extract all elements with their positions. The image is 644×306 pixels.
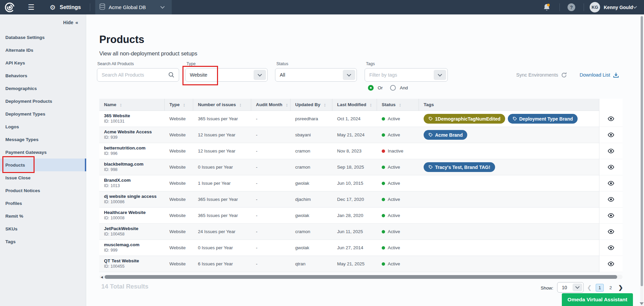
product-name-link[interactable]: 365 Website — [104, 113, 165, 118]
sort-icon[interactable]: ↕ — [286, 102, 288, 107]
sidebar-item-demographics[interactable]: Demographics — [0, 82, 86, 95]
vertical-scrollbar[interactable] — [640, 14, 643, 306]
view-eye-icon — [607, 213, 614, 218]
view-button-acme-website-access[interactable] — [599, 127, 623, 143]
view-button-betternutrition-com[interactable] — [599, 143, 623, 159]
product-name-link[interactable]: betternutrition.com — [104, 145, 165, 150]
page-number-2[interactable]: 2 — [607, 284, 614, 291]
sidebar-item-deployment-products[interactable]: Deployment Products — [0, 95, 86, 107]
column-header-name[interactable]: Name↕ — [99, 99, 165, 111]
view-button-musclemag-com[interactable] — [599, 240, 623, 256]
omeda-logo-icon[interactable] — [4, 0, 15, 14]
view-button-brandx-com[interactable] — [599, 175, 623, 191]
sidebar-item-products[interactable]: Products — [0, 159, 86, 171]
sort-icon[interactable]: ↕ — [370, 102, 372, 107]
sidebar-item-alternate-ids[interactable]: Alternate IDs — [0, 44, 86, 56]
download-list-link[interactable]: Download List — [580, 72, 619, 78]
sync-environments-link[interactable]: Sync Environments — [516, 72, 567, 78]
or-radio[interactable] — [368, 85, 374, 91]
sort-icon[interactable]: ↕ — [399, 102, 401, 107]
settings-gear-icon[interactable]: ⚙ — [50, 0, 56, 14]
tag-pill-tracy-s-test-brand-tag[interactable]: Tracy's Test, Brand TAG! — [424, 162, 495, 172]
status-select[interactable]: All — [275, 68, 357, 82]
settings-sidebar: Hide« Database SettingsAlternate IDsAPI … — [0, 14, 86, 306]
omeda-virtual-assistant-button[interactable]: Omeda Virtual Assistant — [562, 293, 633, 306]
type-chevron-icon[interactable] — [254, 70, 266, 80]
view-button-blackbeltmag-com[interactable] — [599, 159, 623, 175]
help-icon[interactable]: ? — [568, 0, 575, 14]
tag-pill-acme-brand[interactable]: Acme Brand — [424, 130, 467, 140]
product-name-link[interactable]: blackbeltmag.com — [104, 162, 165, 167]
search-label: Search All Products — [97, 61, 134, 66]
view-button-jetpackwebsite[interactable] — [599, 224, 623, 240]
avatar[interactable]: KG — [590, 0, 600, 14]
vertical-scrollbar-thumb[interactable] — [641, 16, 643, 286]
horizontal-scrollbar[interactable]: ◀ — [99, 275, 623, 279]
sort-icon[interactable]: ↕ — [183, 102, 185, 107]
view-button-qt-test-website[interactable] — [599, 256, 623, 272]
user-menu-chevron-icon[interactable] — [633, 0, 636, 14]
product-name-link[interactable]: JetPackWebsite — [104, 226, 165, 231]
column-header-last-modified[interactable]: Last Modified↕ — [332, 99, 377, 111]
sidebar-item-remit[interactable]: Remit % — [0, 210, 86, 222]
sidebar-item-profiles[interactable]: Profiles — [0, 197, 86, 210]
type-select[interactable]: Website — [185, 68, 268, 82]
sidebar-hide-button[interactable]: Hide« — [63, 19, 78, 25]
sidebar-item-tags[interactable]: Tags — [0, 235, 86, 248]
sidebar-item-payment-gateways[interactable]: Payment Gateways — [0, 146, 86, 159]
column-header-status[interactable]: Status↕ — [377, 99, 419, 111]
and-radio[interactable] — [390, 85, 396, 91]
status-text: Active — [388, 245, 400, 250]
sidebar-item-deployment-types[interactable]: Deployment Types — [0, 107, 86, 120]
cell-updated-by: sbayani — [290, 127, 332, 143]
sidebar-item-logos[interactable]: Logos — [0, 120, 86, 133]
sort-icon[interactable]: ↕ — [239, 102, 241, 107]
sidebar-item-database-settings[interactable]: Database Settings — [0, 31, 86, 44]
next-page-arrow[interactable]: ❯ — [618, 284, 623, 291]
view-button-healthcare-website[interactable] — [599, 208, 623, 224]
sort-icon[interactable]: ↕ — [324, 102, 326, 107]
status-dot-icon — [382, 166, 385, 169]
page-number-1[interactable]: 1 — [596, 284, 604, 292]
sidebar-item-issue-close[interactable]: Issue Close — [0, 171, 86, 184]
product-name-link[interactable]: Healthcare Website — [104, 210, 165, 215]
sidebar-item-skus[interactable]: SKUs — [0, 222, 86, 235]
column-header-audit-month[interactable]: Audit Month↕ — [251, 99, 290, 111]
scroll-down-arrow-icon[interactable] — [640, 302, 644, 305]
sidebar-item-product-notices[interactable]: Product Notices — [0, 184, 86, 197]
sidebar-item-message-types[interactable]: Message Types — [0, 133, 86, 146]
product-name-link[interactable]: musclemag.com — [104, 242, 165, 247]
database-selector[interactable]: Acme Global DB — [95, 0, 172, 14]
page-size-chevron-icon[interactable] — [573, 283, 582, 291]
user-name[interactable]: Kenny Gould — [604, 0, 633, 14]
column-header-type[interactable]: Type↕ — [165, 99, 193, 111]
product-name-link[interactable]: BrandX.com — [104, 178, 165, 183]
column-header-updated-by[interactable]: Updated By↕ — [290, 99, 332, 111]
search-input[interactable] — [102, 72, 160, 78]
tag-pill-deployment-type-brand[interactable]: Deployment Type Brand — [508, 114, 578, 124]
status-label: Status — [276, 61, 288, 66]
horizontal-scrollbar-thumb[interactable] — [105, 275, 617, 279]
menu-hamburger-icon[interactable]: ☰ — [28, 0, 35, 14]
search-icon[interactable] — [168, 72, 175, 80]
status-chevron-icon[interactable] — [343, 70, 355, 80]
product-name-link[interactable]: dj website single access — [104, 194, 165, 199]
sidebar-item-api-keys[interactable]: API Keys — [0, 56, 86, 69]
tags-chevron-icon[interactable] — [434, 70, 446, 80]
column-header-number-of-issues[interactable]: Number of issues↕ — [193, 99, 251, 111]
product-name-link[interactable]: QT Test Website — [104, 258, 165, 263]
sidebar-item-behaviors[interactable]: Behaviors — [0, 69, 86, 82]
notifications-bell-icon[interactable] — [543, 0, 551, 14]
view-button-365-website[interactable] — [599, 111, 623, 127]
tag-pill-1demographictagnumedited[interactable]: 1DemographicTagNumEdited — [424, 114, 505, 124]
view-eye-icon — [607, 261, 614, 266]
prev-page-arrow[interactable]: ❮ — [587, 284, 592, 291]
scroll-left-arrow-icon[interactable]: ◀ — [101, 275, 103, 279]
sort-icon[interactable]: ↕ — [120, 102, 122, 107]
product-name-link[interactable]: Acme Website Access — [104, 129, 165, 134]
page-size-select[interactable]: 10 — [557, 282, 584, 293]
view-button-dj-website-single-access[interactable] — [599, 191, 623, 208]
cell-tags — [419, 191, 599, 207]
status-text: Active — [388, 132, 400, 137]
tags-select[interactable]: Filter by tags — [365, 68, 448, 82]
